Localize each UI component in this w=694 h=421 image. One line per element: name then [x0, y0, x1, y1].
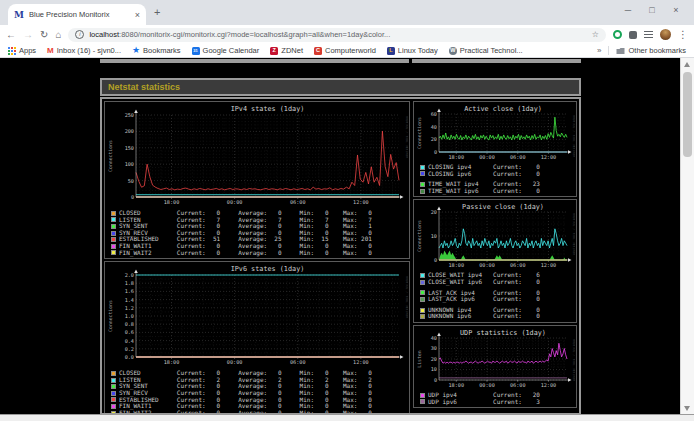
- divider: [608, 46, 609, 55]
- page-info-icon[interactable]: i: [75, 30, 84, 39]
- svg-text:06:00: 06:00: [510, 154, 526, 160]
- ipv6-states-graph[interactable]: 0.00.20.40.60.81.01.21.41.61.82.018:0000…: [106, 263, 408, 369]
- address-bar[interactable]: i localhost:8080/monitorix-cgi/monitorix…: [68, 28, 606, 42]
- ipv4-states-graph-panel[interactable]: 05010015020025018:0000:0006:0012:00IPv4 …: [104, 101, 410, 259]
- svg-text:40: 40: [431, 124, 437, 130]
- chart-title: IPv6 states (1day): [231, 265, 305, 273]
- svg-text:60: 60: [431, 111, 437, 117]
- forward-icon: →: [23, 30, 33, 40]
- monitorix-favicon-icon: M: [14, 10, 24, 20]
- bookmark-item-gmail[interactable]: MInbox (16) - sjvn0...: [47, 46, 121, 55]
- svg-text:06:00: 06:00: [510, 263, 526, 269]
- chart-title: UDP statistics (1day): [460, 328, 546, 336]
- legend-text: TIME_WAIT ipv6 Current: 0: [428, 188, 540, 195]
- legend-swatch-icon: [111, 231, 116, 236]
- active-close-graph[interactable]: 020406018:0000:0006:0012:00Active close …: [415, 103, 575, 163]
- extensions-area: ⋮: [613, 29, 688, 40]
- svg-text:12:00: 12:00: [353, 199, 369, 205]
- url-path: :8080/monitorix-cgi/monitorix.cgi?mode=l…: [119, 30, 390, 39]
- bookmark-item-zdnet[interactable]: ZZDNet: [270, 46, 303, 55]
- legend-swatch-icon: [420, 165, 425, 170]
- new-tab-button[interactable]: +: [154, 6, 160, 18]
- legend-row: UDP ipv6 Current: 3: [420, 399, 575, 406]
- svg-text:00:00: 00:00: [479, 382, 495, 388]
- bookmark-item-apps-grid[interactable]: Apps: [8, 46, 36, 55]
- svg-text:00:00: 00:00: [227, 199, 243, 205]
- home-icon[interactable]: ⌂: [55, 30, 61, 40]
- url-host: localhost: [89, 30, 119, 39]
- profile-avatar[interactable]: [660, 29, 671, 40]
- svg-text:RRDTOOL / TOBI OETIKER: RRDTOOL / TOBI OETIKER: [572, 115, 576, 157]
- extension-green-icon[interactable]: [613, 30, 622, 39]
- star-blue-icon: ★: [132, 46, 140, 55]
- bookmark-item-linuxtoday[interactable]: LLinux Today: [387, 46, 438, 55]
- legend-swatch-icon: [111, 250, 116, 255]
- graphs-container: 05010015020025018:0000:0006:0012:00IPv4 …: [100, 97, 581, 415]
- maximize-button[interactable]: □: [640, 1, 664, 19]
- bookmark-item-wordpress[interactable]: WPractical Technol...: [449, 46, 523, 55]
- svg-text:18:00: 18:00: [164, 199, 180, 205]
- legend-swatch-icon: [111, 244, 116, 249]
- passive-close-graph[interactable]: 0102018:0000:0006:0012:00Passive close (…: [415, 201, 575, 271]
- scrollbar-down-icon[interactable]: [684, 406, 690, 411]
- svg-text:00:00: 00:00: [479, 154, 495, 160]
- other-bookmarks-button[interactable]: Other bookmarks: [616, 46, 686, 55]
- bookmark-item-star-blue[interactable]: ★Bookmarks: [132, 46, 181, 55]
- bookmarks-overflow-icon[interactable]: »: [597, 46, 601, 55]
- bookmark-item-calendar[interactable]: 31Google Calendar: [192, 46, 260, 55]
- svg-text:0: 0: [434, 149, 437, 155]
- svg-text:RRDTOOL / TOBI OETIKER: RRDTOOL / TOBI OETIKER: [405, 116, 409, 158]
- svg-text:30: 30: [431, 345, 437, 351]
- svg-text:00:00: 00:00: [479, 263, 495, 269]
- url-text[interactable]: localhost:8080/monitorix-cgi/monitorix.c…: [89, 30, 586, 39]
- page-scrollbar[interactable]: [680, 58, 694, 415]
- svg-text:150: 150: [125, 145, 134, 151]
- scrollbar-up-icon[interactable]: [684, 62, 690, 67]
- window-controls: ─ □ ×: [616, 1, 688, 19]
- svg-text:12:00: 12:00: [541, 154, 557, 160]
- udp-statistics-graph-panel[interactable]: 01020304018:0000:0006:0012:00UDP statist…: [413, 325, 577, 408]
- extension-list-icon[interactable]: [644, 31, 653, 38]
- legend-row: CLOSING ipv6 Current: 0: [420, 171, 575, 178]
- tab-close-icon[interactable]: ×: [135, 10, 140, 20]
- scrollbar-thumb[interactable]: [683, 72, 692, 157]
- legend-swatch-icon: [420, 393, 425, 398]
- browser-window: M Blue Precision Monitorix × + ─ □ × ← →…: [0, 0, 694, 421]
- passive-close-graph-panel[interactable]: 0102018:0000:0006:0012:00Passive close (…: [413, 199, 577, 323]
- wordpress-icon: W: [449, 47, 457, 55]
- ipv6-states-graph-panel[interactable]: 0.00.20.40.60.81.01.21.41.61.82.018:0000…: [104, 261, 410, 415]
- svg-text:0: 0: [434, 377, 437, 383]
- legend-swatch-icon: [420, 273, 425, 278]
- active-close-graph-panel[interactable]: 020406018:0000:0006:0012:00Active close …: [413, 101, 577, 197]
- legend-swatch-icon: [420, 297, 425, 302]
- svg-text:Connections: Connections: [108, 140, 113, 172]
- legend-swatch-icon: [420, 399, 425, 404]
- menu-icon[interactable]: ⋮: [678, 29, 688, 40]
- svg-text:10: 10: [431, 366, 437, 372]
- svg-text:06:00: 06:00: [510, 382, 526, 388]
- browser-tab[interactable]: M Blue Precision Monitorix ×: [8, 4, 146, 25]
- bookmark-item-computerworld[interactable]: CComputerworld: [314, 46, 376, 55]
- legend-row: CLOSE_WAIT ipv6 Current: 0: [420, 279, 575, 286]
- tab-title: Blue Precision Monitorix: [29, 10, 131, 19]
- udp-statistics-graph[interactable]: 01020304018:0000:0006:0012:00UDP statist…: [415, 327, 575, 391]
- svg-text:Connections: Connections: [108, 300, 113, 332]
- chart-legend: CLOSED Current: 0 Average: 0 Min: 0 Max:…: [106, 209, 408, 257]
- bookmark-star-icon[interactable]: ☆: [592, 30, 599, 39]
- close-button[interactable]: ×: [664, 1, 688, 19]
- ipv4-states-graph[interactable]: 05010015020025018:0000:0006:0012:00IPv4 …: [106, 103, 408, 209]
- extension-gray-icon[interactable]: [629, 31, 637, 39]
- legend-text: CLOSE_WAIT ipv6 Current: 0: [428, 279, 540, 286]
- legend-swatch-icon: [420, 171, 425, 176]
- back-icon[interactable]: ←: [6, 30, 16, 40]
- legend-text: FIN_WAIT2 Current: 0 Average: 0 Min: 0 M…: [119, 250, 372, 257]
- minimize-button[interactable]: ─: [616, 1, 640, 19]
- window-bottom-edge: [0, 414, 694, 421]
- svg-text:20: 20: [431, 209, 437, 215]
- legend-row: LAST_ACK ipv6 Current: 0: [420, 296, 575, 303]
- svg-text:06:00: 06:00: [290, 360, 306, 366]
- svg-text:18:00: 18:00: [448, 382, 464, 388]
- reload-icon[interactable]: ↻: [40, 30, 48, 40]
- legend-swatch-icon: [420, 189, 425, 194]
- svg-text:06:00: 06:00: [290, 199, 306, 205]
